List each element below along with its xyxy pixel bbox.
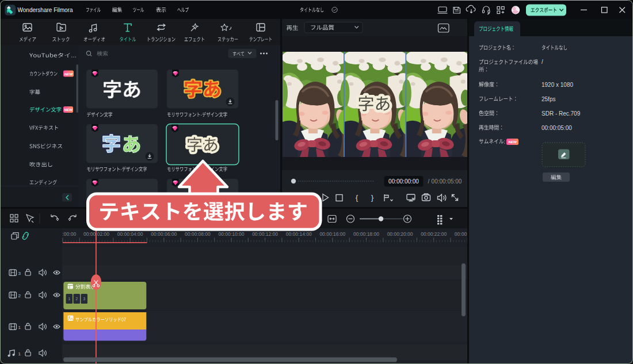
svg-text:/: / <box>542 59 543 65</box>
svg-text:1: 1 <box>18 351 21 357</box>
svg-text:SDR - Rec.709: SDR - Rec.709 <box>542 110 581 117</box>
svg-text:00:00:00:00: 00:00:00:00 <box>388 178 419 185</box>
svg-text:00:00:16:00: 00:00:16:00 <box>319 231 345 237</box>
svg-text:00:00:04:00: 00:00:04:00 <box>117 231 143 237</box>
svg-text:1: 1 <box>18 325 21 330</box>
svg-text:00:00:18:00: 00:00:18:00 <box>353 231 379 237</box>
svg-text:}: } <box>371 193 374 202</box>
svg-text:00:00:08:00: 00:00:08:00 <box>185 231 211 237</box>
svg-text:00:00:10:00: 00:00:10:00 <box>219 231 245 237</box>
svg-text:00:00:12:00: 00:00:12:00 <box>252 231 278 237</box>
svg-text:{: { <box>356 193 359 202</box>
svg-text:NEW: NEW <box>508 140 517 144</box>
svg-text:2: 2 <box>18 293 21 298</box>
svg-text::00:00: :00:00 <box>63 231 77 237</box>
svg-text:NEW: NEW <box>64 72 74 76</box>
svg-text:/: / <box>428 178 430 185</box>
svg-text:Wondershare Filmora: Wondershare Filmora <box>18 7 73 13</box>
svg-text:3: 3 <box>83 297 85 301</box>
svg-text:00:00:06:00: 00:00:06:00 <box>151 231 177 237</box>
svg-text:2: 2 <box>75 297 78 301</box>
svg-text:00:00:20:00: 00:00:20:00 <box>387 231 413 237</box>
svg-text:00:00:22:00: 00:00:22:00 <box>421 231 447 237</box>
svg-text:00:00:05:00: 00:00:05:00 <box>542 125 572 131</box>
svg-text:1920 x 1080: 1920 x 1080 <box>542 82 573 88</box>
svg-text:00:00:05:00: 00:00:05:00 <box>432 178 462 185</box>
svg-text:NEW: NEW <box>64 108 73 112</box>
svg-text:3: 3 <box>18 271 21 276</box>
svg-text:25fps: 25fps <box>542 96 555 102</box>
svg-text:00:00:14:00: 00:00:14:00 <box>286 231 312 237</box>
svg-text:1: 1 <box>68 297 70 301</box>
